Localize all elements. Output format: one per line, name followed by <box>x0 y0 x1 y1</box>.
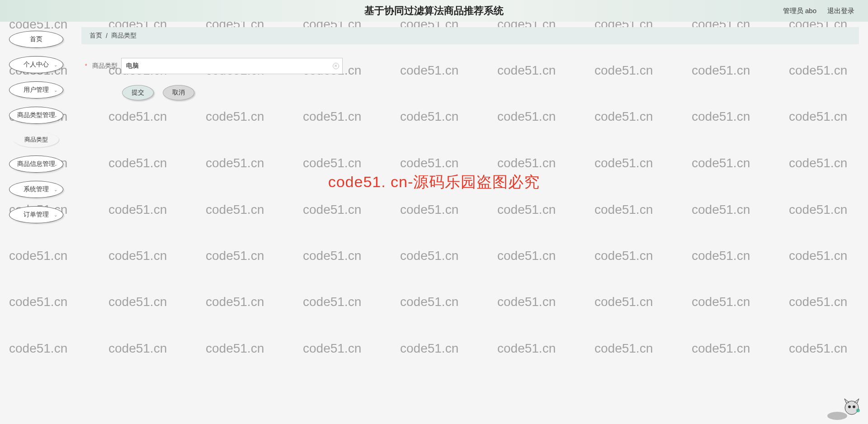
sidebar-item-0[interactable]: 首页 <box>9 31 63 48</box>
content: 首页 / 商品类型 商品类型 ✕ 提交 取消 <box>72 22 868 424</box>
sidebar-item-label: 商品信息管理 <box>17 160 55 168</box>
chevron-down-icon: ⌄ <box>54 187 57 192</box>
sidebar-item-label: 系统管理 <box>24 185 49 193</box>
page-title: 基于协同过滤算法商品推荐系统 <box>364 4 504 18</box>
sidebar-item-6[interactable]: 系统管理⌄ <box>9 181 63 198</box>
chevron-down-icon: ⌄ <box>54 62 57 67</box>
sidebar-item-label: 商品类型管理 <box>17 111 55 119</box>
product-type-input[interactable] <box>121 58 343 74</box>
sidebar-item-5[interactable]: 商品信息管理⌄ <box>9 155 63 173</box>
form-area: 商品类型 ✕ 提交 取消 <box>81 44 859 114</box>
breadcrumb-home[interactable]: 首页 <box>90 32 102 40</box>
form-label: 商品类型 <box>86 62 118 70</box>
cancel-button[interactable]: 取消 <box>163 85 194 100</box>
chevron-down-icon: ⌄ <box>54 212 57 217</box>
user-label[interactable]: 管理员 abo <box>783 7 816 15</box>
chevron-down-icon: ⌄ <box>54 88 57 93</box>
logout-link[interactable]: 退出登录 <box>827 7 854 15</box>
chevron-down-icon: ⌄ <box>54 113 57 118</box>
sidebar-item-label: 订单管理 <box>24 211 49 219</box>
breadcrumb-current: 商品类型 <box>111 32 137 40</box>
sidebar-item-2[interactable]: 用户管理⌄ <box>9 81 63 99</box>
sidebar-item-7[interactable]: 订单管理⌄ <box>9 206 63 223</box>
sidebar-item-label: 用户管理 <box>24 86 49 94</box>
breadcrumb: 首页 / 商品类型 <box>81 27 859 44</box>
sidebar-item-label: 首页 <box>30 35 42 43</box>
sidebar-item-4[interactable]: 商品类型 <box>14 132 59 147</box>
sidebar-item-label: 个人中心 <box>24 61 49 69</box>
sidebar-item-3[interactable]: 商品类型管理⌄ <box>9 107 63 124</box>
submit-button[interactable]: 提交 <box>122 85 154 100</box>
header-right: 管理员 abo 退出登录 <box>783 7 854 15</box>
sidebar: 首页个人中心⌄用户管理⌄商品类型管理⌄商品类型商品信息管理⌄系统管理⌄订单管理⌄ <box>0 22 72 424</box>
input-wrap: ✕ <box>121 58 343 74</box>
chevron-down-icon: ⌄ <box>54 162 57 167</box>
sidebar-item-1[interactable]: 个人中心⌄ <box>9 56 63 73</box>
button-row: 提交 取消 <box>122 85 854 100</box>
header: 基于协同过滤算法商品推荐系统 管理员 abo 退出登录 <box>0 0 868 22</box>
clear-icon[interactable]: ✕ <box>333 63 339 69</box>
sidebar-item-label: 商品类型 <box>24 136 48 144</box>
form-row: 商品类型 ✕ <box>86 58 854 74</box>
breadcrumb-sep: / <box>106 32 108 39</box>
main: 首页个人中心⌄用户管理⌄商品类型管理⌄商品类型商品信息管理⌄系统管理⌄订单管理⌄… <box>0 22 868 424</box>
